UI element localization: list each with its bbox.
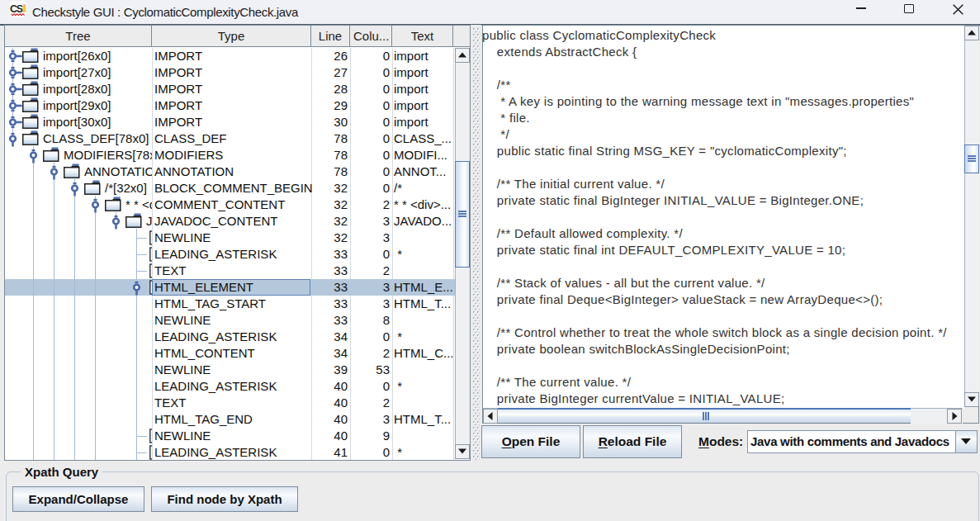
svg-text:CS: CS [10, 3, 23, 15]
